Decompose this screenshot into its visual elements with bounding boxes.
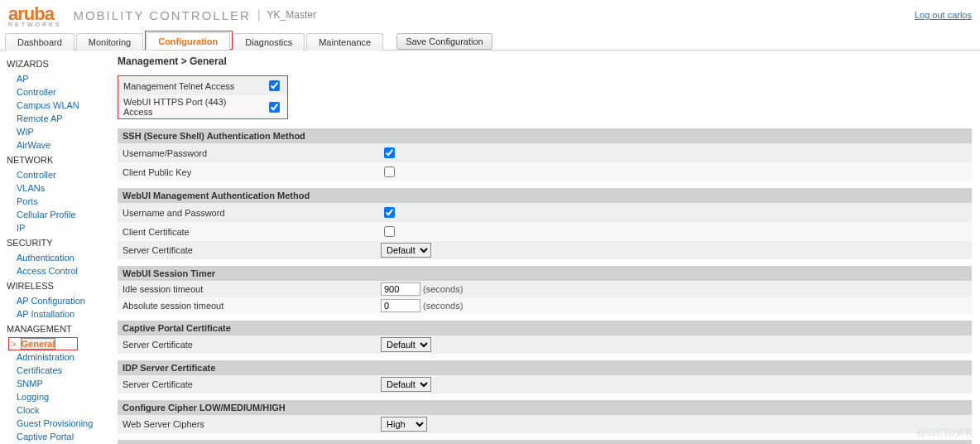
breadcrumb: Management > General bbox=[118, 56, 972, 72]
header: aruba NETWORKS MOBILITY CONTROLLER | YK_… bbox=[0, 0, 980, 27]
telnet-checkbox[interactable] bbox=[269, 80, 280, 91]
tab-dashboard[interactable]: Dashboard bbox=[5, 33, 74, 51]
main-tabs: Dashboard Monitoring Configuration Diagn… bbox=[0, 30, 980, 51]
main-panel: Management > General Management Telnet A… bbox=[113, 51, 980, 444]
watermark: @51CTO博客 bbox=[917, 427, 973, 439]
abs-timeout-input[interactable] bbox=[381, 299, 420, 312]
ssh-userpw-label: Username/Password bbox=[118, 143, 376, 162]
cp-srvcert-label: Server Certificate bbox=[118, 335, 376, 354]
section-cipher: Configure Cipher LOW/MEDIUM/HIGH bbox=[118, 400, 972, 415]
sidebar-item-snmp[interactable]: SNMP bbox=[5, 377, 113, 390]
logout-link[interactable]: Log out carlos bbox=[915, 10, 972, 20]
telnet-label: Management Telnet Access bbox=[118, 76, 261, 95]
sidebar-item-ports[interactable]: Ports bbox=[5, 195, 113, 208]
abs-timeout-label: Absolute session timeout bbox=[118, 297, 376, 314]
section-captive-portal-cert: Captive Portal Certificate bbox=[118, 321, 972, 335]
ssh-userpw-checkbox[interactable] bbox=[384, 147, 395, 158]
sidebar-item-wip[interactable]: WIP bbox=[5, 125, 113, 138]
webui-userpw-label: Username and Password bbox=[118, 203, 376, 222]
cp-srvcert-select[interactable]: Default bbox=[381, 337, 431, 352]
idp-srvcert-label: Server Certificate bbox=[118, 375, 376, 393]
idle-timeout-unit: (seconds) bbox=[423, 284, 463, 294]
section-idp-cert: IDP Server Certificate bbox=[118, 360, 972, 375]
abs-timeout-unit: (seconds) bbox=[423, 301, 463, 311]
sidebar-item-administration[interactable]: Administration bbox=[5, 350, 113, 364]
sidebar-item-controller[interactable]: Controller bbox=[5, 85, 113, 99]
https-checkbox[interactable] bbox=[269, 102, 280, 113]
ssh-pubkey-checkbox[interactable] bbox=[384, 166, 395, 177]
sidebar-item-ap-installation[interactable]: AP Installation bbox=[5, 307, 113, 321]
sidebar-item-campus-wlan[interactable]: Campus WLAN bbox=[5, 99, 113, 112]
sidebar-item-ip[interactable]: IP bbox=[5, 221, 113, 234]
sidebar-item-general[interactable]: General bbox=[21, 338, 56, 350]
sidebar-item-captive-portal[interactable]: Captive Portal bbox=[5, 430, 113, 443]
sidebar-cat-network: NETWORK bbox=[5, 152, 113, 168]
sidebar: WIZARDS AP Controller Campus WLAN Remote… bbox=[0, 51, 113, 444]
idle-timeout-label: Idle session timeout bbox=[118, 281, 376, 297]
sidebar-cat-management: MANAGEMENT bbox=[5, 321, 113, 337]
sidebar-item-cellular-profile[interactable]: Cellular Profile bbox=[5, 208, 113, 221]
https-label: WebUI HTTPS Port (443) Access bbox=[118, 95, 261, 118]
webui-cert-checkbox[interactable] bbox=[384, 226, 395, 237]
sidebar-cat-wireless: WIRELESS bbox=[5, 278, 113, 294]
webui-cert-label: Client Certificate bbox=[118, 222, 376, 241]
save-configuration-button[interactable]: Save Configuration bbox=[396, 33, 492, 50]
brand-subtext: NETWORKS bbox=[8, 22, 61, 27]
sidebar-item-airwave[interactable]: AirWave bbox=[5, 138, 113, 152]
webui-srvcert-select[interactable]: Default bbox=[381, 243, 431, 258]
chevron-right-icon: > bbox=[11, 339, 16, 349]
section-webui-auth: WebUI Management Authentication Method bbox=[118, 188, 972, 203]
sidebar-item-ap[interactable]: AP bbox=[5, 72, 113, 85]
idp-srvcert-select[interactable]: Default bbox=[381, 377, 431, 392]
tab-configuration[interactable]: Configuration bbox=[146, 32, 230, 50]
section-ssh: SSH (Secure Shell) Authentication Method bbox=[118, 128, 972, 143]
sidebar-item-logging[interactable]: Logging bbox=[5, 390, 113, 403]
sidebar-item-certificates[interactable]: Certificates bbox=[5, 364, 113, 377]
cipher-select[interactable]: High bbox=[381, 417, 427, 432]
product-name: MOBILITY CONTROLLER bbox=[73, 8, 250, 22]
sidebar-cat-wizards: WIZARDS bbox=[5, 56, 113, 72]
ssh-pubkey-label: Client Public Key bbox=[118, 162, 376, 181]
tab-maintenance[interactable]: Maintenance bbox=[306, 33, 383, 51]
sidebar-cat-security: SECURITY bbox=[5, 234, 113, 251]
sidebar-item-net-controller[interactable]: Controller bbox=[5, 168, 113, 181]
section-session: WebUI Session Timer bbox=[118, 266, 972, 281]
tab-diagnostics[interactable]: Diagnostics bbox=[233, 33, 305, 51]
hostname: YK_Master bbox=[267, 9, 316, 21]
brand-text: aruba bbox=[8, 3, 54, 24]
sidebar-item-vlans[interactable]: VLANs bbox=[5, 181, 113, 195]
section-lcd: LCD Menu bbox=[118, 440, 972, 444]
separator: | bbox=[257, 8, 261, 22]
sidebar-item-remote-ap[interactable]: Remote AP bbox=[5, 112, 113, 125]
webui-userpw-checkbox[interactable] bbox=[384, 207, 395, 218]
sidebar-item-clock[interactable]: Clock bbox=[5, 403, 113, 417]
sidebar-item-authentication[interactable]: Authentication bbox=[5, 251, 113, 264]
sidebar-item-ap-configuration[interactable]: AP Configuration bbox=[5, 294, 113, 307]
webui-srvcert-label: Server Certificate bbox=[118, 241, 376, 259]
tab-monitoring[interactable]: Monitoring bbox=[76, 33, 143, 51]
cipher-label: Web Server Ciphers bbox=[118, 415, 376, 433]
idle-timeout-input[interactable] bbox=[381, 282, 420, 296]
sidebar-item-guest-provisioning[interactable]: Guest Provisioning bbox=[5, 417, 113, 430]
brand-logo: aruba NETWORKS bbox=[8, 3, 61, 27]
sidebar-item-access-control[interactable]: Access Control bbox=[5, 264, 113, 278]
